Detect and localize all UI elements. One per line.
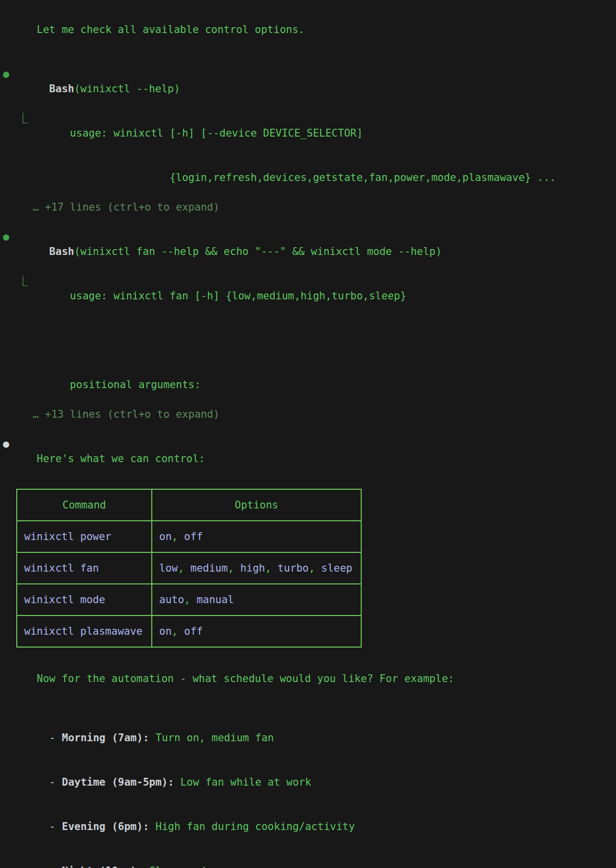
tool-command: (winixctl fan --help && echo "---" && wi… <box>74 246 442 257</box>
tool-bullet-icon: ● <box>3 67 9 81</box>
tool-output-line: ⎿usage: winixctl fan [-h] {low,medium,hi… <box>0 274 616 318</box>
tool-output-text: positional arguments: <box>70 379 201 391</box>
schedule-value: Low fan while at work <box>180 776 311 788</box>
list-item: -Morning (7am):Turn on, medium fan <box>0 716 616 760</box>
table-cell-command: winixctl plasmawave <box>17 615 152 647</box>
list-item: -Evening (6pm):High fan during cooking/a… <box>0 804 616 849</box>
assistant-message-text: Now for the automation - what schedule w… <box>37 673 454 685</box>
table-cell-options: on, off <box>152 615 361 647</box>
table-cell-command: winixctl mode <box>17 584 152 615</box>
schedule-label: Evening (6pm): <box>62 821 149 832</box>
schedule-value: Sleep mode <box>149 865 211 868</box>
list-item: -Night (10pm):Sleep mode <box>0 849 616 868</box>
table-header-row: Command Options <box>17 489 361 521</box>
table-row: winixctl plasmawave on, off <box>17 615 361 647</box>
assistant-message-control: ●Here's what we can control: <box>0 436 616 481</box>
tool-output-text: usage: winixctl fan [-h] {low,medium,hig… <box>70 290 407 302</box>
list-dash: - <box>49 865 56 868</box>
output-expand-hint: … +17 lines (ctrl+o to expand) <box>0 200 616 215</box>
output-expand-hint: … +13 lines (ctrl+o to expand) <box>0 407 616 422</box>
tool-call-block-help: ●Bash(winixctl --help) ⎿usage: winixctl … <box>0 67 616 215</box>
schedule-example-list: -Morning (7am):Turn on, medium fan -Dayt… <box>0 716 616 868</box>
table-header-command: Command <box>17 489 152 521</box>
output-marker-icon: ⎿ <box>18 111 28 126</box>
tool-command: (winixctl --help) <box>74 83 180 95</box>
tool-output-text: usage: winixctl [-h] [--device DEVICE_SE… <box>70 127 363 139</box>
assistant-message-text: Let me check all available control optio… <box>37 24 305 36</box>
table-row: winixctl fan low, medium, high, turbo, s… <box>17 552 361 584</box>
schedule-value: Turn on, medium fan <box>156 732 274 744</box>
schedule-label: Night (10pm): <box>62 865 143 868</box>
tool-output-line: ⎿usage: winixctl [-h] [--device DEVICE_S… <box>0 111 616 155</box>
table-cell-command: winixctl fan <box>17 552 152 584</box>
tool-bullet-icon: ● <box>3 229 9 244</box>
tool-output-text: {login,refresh,devices,getstate,fan,powe… <box>70 172 556 183</box>
table-cell-command: winixctl power <box>17 521 152 552</box>
tool-output-line: {login,refresh,devices,getstate,fan,powe… <box>0 155 616 200</box>
table-row: winixctl mode auto, manual <box>17 584 361 615</box>
tool-call-header: ●Bash(winixctl fan --help && echo "---" … <box>0 229 616 274</box>
list-dash: - <box>49 732 56 744</box>
tool-name: Bash <box>49 246 74 257</box>
table-header-options: Options <box>152 489 361 521</box>
table-cell-options: auto, manual <box>152 584 361 615</box>
tool-output-line: positional arguments: <box>0 362 616 407</box>
schedule-label: Morning (7am): <box>62 732 149 744</box>
schedule-value: High fan during cooking/activity <box>156 821 355 832</box>
tool-call-block-fan-mode-help: ●Bash(winixctl fan --help && echo "---" … <box>0 229 616 422</box>
output-marker-icon: ⎿ <box>18 274 28 289</box>
table-row: winixctl power on, off <box>17 521 361 552</box>
assistant-message-intro: Let me check all available control optio… <box>0 7 616 52</box>
schedule-label: Daytime (9am-5pm): <box>62 776 174 788</box>
tool-name: Bash <box>49 83 74 95</box>
message-bullet-icon: ● <box>3 436 9 451</box>
list-dash: - <box>49 776 56 788</box>
tool-call-header: ●Bash(winixctl --help) <box>0 67 616 111</box>
table-cell-options: on, off <box>152 521 361 552</box>
table-cell-options: low, medium, high, turbo, sleep <box>152 552 361 584</box>
list-item: -Daytime (9am-5pm):Low fan while at work <box>0 760 616 804</box>
list-dash: - <box>49 821 56 832</box>
control-options-table: Command Options winixctl power on, off w… <box>16 489 362 648</box>
assistant-message-text: Here's what we can control: <box>37 453 205 465</box>
assistant-message-automation-prompt: Now for the automation - what schedule w… <box>0 656 616 701</box>
terminal-window[interactable]: Let me check all available control optio… <box>0 0 616 868</box>
tool-output-line-blank <box>0 318 616 362</box>
